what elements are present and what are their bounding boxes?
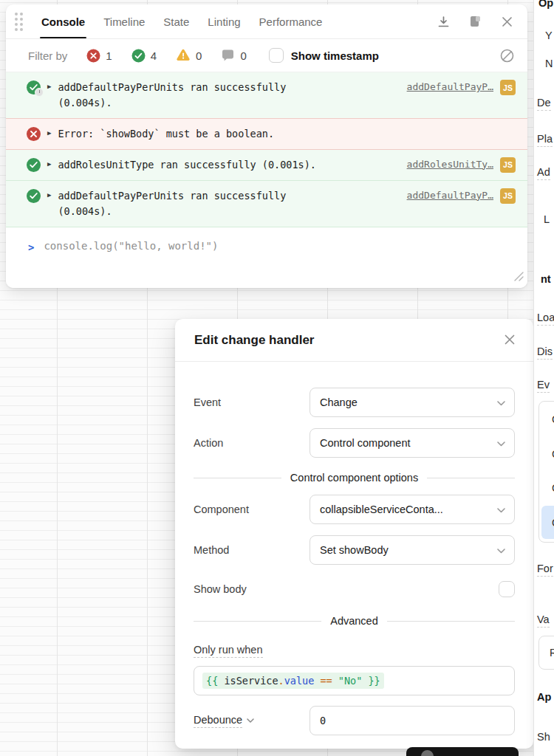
code-string: "No" [338, 675, 363, 687]
event-handler-item-selected[interactable]: C [541, 506, 554, 539]
event-handler-item[interactable]: C [541, 472, 554, 505]
close-icon[interactable] [504, 333, 516, 348]
warning-count: 0 [196, 49, 202, 62]
debounce-dropdown[interactable]: Debounce [194, 714, 310, 728]
expand-arrow-icon[interactable]: ▶ [47, 129, 51, 137]
event-row: Event Change [194, 388, 515, 417]
js-badge: JS [500, 80, 516, 95]
log-message: addRolesUnitType ran successfully (0.001… [58, 157, 316, 173]
chevron-down-icon [497, 437, 505, 449]
modal-body: Event Change Action Control component Co… [175, 362, 533, 735]
error-count: 1 [106, 49, 112, 62]
warning-icon [176, 49, 191, 62]
event-handler-item[interactable]: C [541, 437, 554, 470]
component-value: collapsibleServiceConta... [320, 504, 443, 515]
tab-console[interactable]: Console [41, 4, 85, 38]
filter-success[interactable]: 4 [131, 49, 157, 63]
chevron-down-icon [497, 504, 505, 515]
right-panel-label: Y [545, 30, 553, 41]
chevron-down-icon [497, 544, 505, 556]
copy-icon[interactable] [468, 14, 482, 29]
console-input[interactable] [44, 240, 516, 252]
section-label: Control component options [290, 472, 418, 484]
success-clock-icon [27, 80, 41, 94]
log-message: addDefaultPayPerUnits ran successfully (… [58, 188, 342, 219]
only-run-when-row: Only run when [194, 644, 515, 658]
filter-warnings[interactable]: 0 [176, 49, 202, 62]
log-entry[interactable]: ▶ addDefaultPayPerUnits ran successfully… [6, 180, 527, 227]
log-source-link[interactable]: addDefaultPayP… [407, 190, 493, 201]
error-icon [27, 127, 41, 141]
section-label: Advanced [330, 615, 378, 627]
event-select[interactable]: Change [310, 388, 515, 417]
ban-icon[interactable] [499, 48, 514, 63]
console-header-actions [436, 14, 514, 29]
right-panel-label: L [544, 213, 550, 225]
show-timestamp-label: Show timestamp [291, 49, 379, 62]
expand-arrow-icon[interactable]: ▶ [47, 83, 51, 90]
tab-timeline[interactable]: Timeline [103, 4, 145, 38]
action-select[interactable]: Control component [310, 428, 515, 458]
code-open-braces: {{ [206, 675, 224, 687]
log-message: Error: `showBody` must be a boolean. [58, 126, 274, 142]
log-source-link[interactable]: addDefaultPayP… [407, 81, 493, 92]
show-timestamp-group: Show timestamp [269, 48, 379, 63]
method-select[interactable]: Set showBody [310, 535, 515, 565]
expand-arrow-icon[interactable]: ▶ [47, 160, 51, 168]
resize-handle[interactable] [514, 270, 524, 284]
success-count: 4 [151, 49, 157, 62]
expand-arrow-icon[interactable]: ▶ [47, 191, 51, 199]
code-dot: . [278, 675, 284, 687]
component-row: Component collapsibleServiceConta... [194, 495, 515, 524]
validation-rule-box[interactable]: R [538, 636, 554, 670]
debounce-input[interactable]: 0 [310, 706, 515, 735]
code-close-braces: }} [362, 675, 380, 687]
advanced-section-header: Advanced [194, 615, 515, 627]
modal-header: Edit change handler [175, 319, 533, 362]
right-panel-label: De [537, 97, 551, 111]
filter-messages[interactable]: 0 [221, 49, 246, 62]
right-panel-label: N [545, 58, 553, 69]
only-run-when-input[interactable]: {{ isService.value == "No" }} [194, 666, 515, 695]
show-body-row: Show body [194, 581, 515, 597]
right-panel-label: Ad [537, 166, 550, 180]
edit-change-handler-modal: Edit change handler Event Change Action … [175, 319, 533, 749]
log-entry[interactable]: ▶ Error: `showBody` must be a boolean. [6, 118, 527, 150]
tab-state[interactable]: State [163, 4, 189, 38]
chevron-down-icon [247, 718, 254, 723]
method-label: Method [194, 544, 310, 556]
console-input-row: > [6, 227, 527, 288]
show-body-checkbox[interactable] [499, 581, 515, 597]
download-icon[interactable] [436, 14, 451, 29]
action-row: Action Control component [194, 428, 515, 458]
console-filter-bar: Filter by 1 4 0 0 Show timestamp [6, 39, 527, 72]
right-panel-label: Va [537, 614, 550, 628]
js-badge: JS [500, 188, 516, 204]
prompt-chevron-icon: > [28, 241, 34, 253]
log-entry[interactable]: ▶ addRolesUnitType ran successfully (0.0… [6, 150, 527, 180]
filter-errors[interactable]: 1 [86, 49, 112, 63]
code-expression: {{ isService.value == "No" }} [202, 673, 384, 689]
debounce-label: Debounce [194, 714, 242, 728]
log-source-link[interactable]: addRolesUnitTy… [407, 159, 493, 170]
log-entry[interactable]: ▶ addDefaultPayPerUnits ran successfully… [6, 72, 527, 118]
component-select[interactable]: collapsibleServiceConta... [310, 495, 515, 524]
debounce-row: Debounce 0 [194, 706, 515, 735]
tab-linting[interactable]: Linting [208, 4, 240, 38]
tab-performance[interactable]: Performance [259, 4, 323, 38]
show-timestamp-checkbox[interactable] [269, 48, 284, 63]
toast-icon [421, 750, 434, 756]
js-badge: JS [500, 157, 516, 173]
close-icon[interactable] [499, 14, 514, 29]
event-handler-item[interactable]: C [541, 403, 554, 436]
only-run-when-label: Only run when [194, 644, 263, 658]
right-panel-label: nt [541, 273, 551, 285]
control-options-section-header: Control component options [194, 472, 515, 484]
right-panel-label: Ap [537, 691, 551, 703]
console-panel: Console Timeline State Linting Performan… [6, 4, 527, 288]
error-icon [86, 49, 100, 63]
drag-handle-icon[interactable] [15, 13, 23, 31]
action-label: Action [194, 437, 310, 449]
chevron-down-icon [497, 396, 505, 408]
code-operator: == [314, 675, 338, 687]
